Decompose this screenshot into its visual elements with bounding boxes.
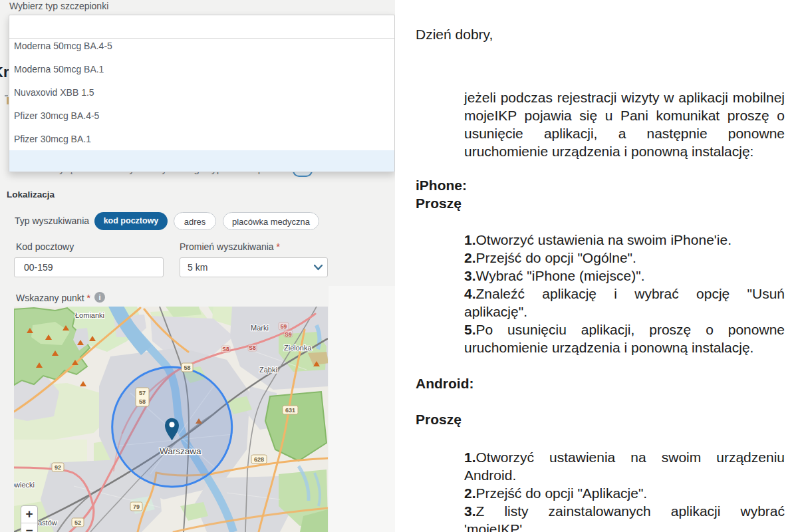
svg-text:79: 79 [133,503,140,510]
svg-text:Zielonka: Zielonka [284,344,312,352]
svg-text:59: 59 [281,323,287,330]
svg-text:Ząbki: Ząbki [259,366,277,374]
svg-text:S8: S8 [249,344,256,351]
svg-text:S8: S8 [222,346,229,352]
svg-text:S9: S9 [285,331,292,338]
svg-text:58: 58 [139,398,146,405]
svg-text:Warszawa: Warszawa [160,446,201,456]
svg-text:Marki: Marki [251,324,269,332]
svg-text:631: 631 [285,407,295,414]
svg-text:58: 58 [184,364,190,371]
svg-text:92: 92 [55,464,61,471]
svg-text:Łomianki: Łomianki [75,311,104,319]
svg-text:52: 52 [74,519,81,526]
svg-text:astów: astów [38,519,57,527]
svg-text:628: 628 [254,456,264,463]
svg-text:owiecki: owiecki [14,481,35,489]
svg-text:57: 57 [139,390,146,396]
